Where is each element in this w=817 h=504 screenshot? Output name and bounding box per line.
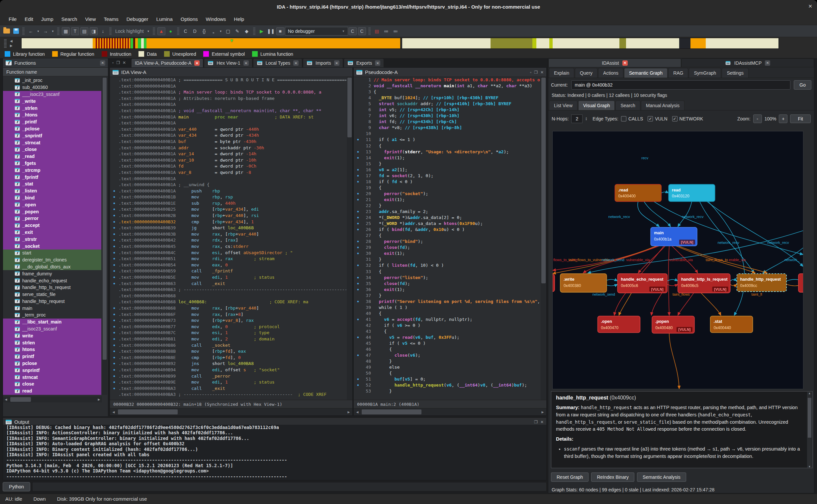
diamond-icon[interactable]: ◆ xyxy=(243,27,251,35)
window-grid-icon[interactable]: ▦ xyxy=(62,27,70,35)
navband-right-arrow-icon[interactable]: ▶ xyxy=(10,44,13,47)
function-row[interactable]: f_open xyxy=(3,201,101,208)
jump-down-icon[interactable]: ↓ xyxy=(99,27,107,35)
mdi-window-controls[interactable]: ▫ ❐ ✕ xyxy=(110,58,130,67)
cli-language-button[interactable]: Python xyxy=(3,482,30,491)
maximize-icon[interactable]: ❐ xyxy=(116,60,120,65)
pseudocode-title[interactable]: Pseudocode-A ▫ ❐ ✕ xyxy=(354,68,546,77)
graph-node-handle_http_ls_request[interactable]: handle_http_ls_request0x4006c5[VULN] xyxy=(678,274,730,293)
function-row[interactable]: f_snprintf xyxy=(3,132,101,139)
pseudocode-line[interactable]: 31 } xyxy=(354,256,540,262)
pseudocode-line[interactable]: ●52 handle_http_request(v6, (__int64)v8,… xyxy=(354,382,540,388)
graph-node-partial[interactable] xyxy=(798,274,803,292)
tab-close-icon[interactable]: ✕ xyxy=(334,60,339,66)
ida-view-title[interactable]: IDA View-A xyxy=(110,68,352,77)
pseudocode-line[interactable]: 49 else xyxy=(354,364,540,370)
semantic-graph-canvas[interactable]: .read0x400400read0x403120main0x400b1a[VU… xyxy=(552,131,803,389)
function-row[interactable]: fstrncat xyxy=(3,374,101,381)
function-row[interactable]: f_read xyxy=(3,153,101,160)
subtab-manual-analysis[interactable]: Manual Analysis xyxy=(641,101,685,110)
function-row[interactable]: f_term_proc xyxy=(3,312,101,319)
pseudocode-line[interactable]: ●16 v8 = a2[1]; xyxy=(354,167,540,173)
cli-input[interactable] xyxy=(32,482,547,491)
pseudocode-line[interactable]: 3{ xyxy=(354,89,540,95)
menu-edit[interactable]: Edit xyxy=(21,15,37,23)
menu-windows[interactable]: Windows xyxy=(201,15,230,23)
lock-highlight-label[interactable]: Lock highlight xyxy=(115,29,144,34)
window-close-icon[interactable]: ✕ xyxy=(808,3,812,9)
function-row[interactable]: fsnprintf xyxy=(3,367,101,374)
scroll-down-icon[interactable]: ▼ xyxy=(807,465,812,468)
graph-node-dot-write[interactable]: .write0x400380 xyxy=(560,274,607,292)
close-icon[interactable]: ✕ xyxy=(122,60,126,65)
menu-help[interactable]: Help xyxy=(230,15,248,23)
pseudocode-line[interactable]: ●47 close(v6); xyxy=(354,352,540,358)
save-icon[interactable] xyxy=(12,27,20,35)
pseudocode-line[interactable]: 46 { xyxy=(354,346,540,352)
tab-close-icon[interactable]: ✕ xyxy=(375,60,380,66)
disasm-line[interactable]: ●.text:0000000000400B94 mov edi, offset … xyxy=(110,367,346,373)
disasm-line[interactable]: ●.text:0000000000400B63 call _exit xyxy=(110,281,346,287)
function-row[interactable]: fframe_dummy xyxy=(3,270,101,277)
tab-ida-view-a-pseudocode-a[interactable]: IDA View-A, Pseudocode-A✕ xyxy=(131,58,203,67)
disasm-line[interactable]: ●.text:0000000000400B1A push rbp xyxy=(110,188,346,194)
pseudocode-line[interactable]: ●44 v5 = read(v6, buf, 0x3FFu); xyxy=(354,334,540,340)
subtab-list-view[interactable]: List View xyxy=(549,101,577,110)
pseudocode-line[interactable]: ●28 perror("bind"); xyxy=(354,239,540,245)
braces-icon[interactable]: {} xyxy=(200,27,208,35)
disasm-line[interactable]: .text:0000000000400B1A xyxy=(110,102,346,108)
hex-view-icon[interactable]: ▤ xyxy=(80,27,88,35)
navband-left-arrow-icon[interactable]: ◀ xyxy=(10,39,13,43)
pseudocode-line[interactable]: 8 int fd; // [rsp+434h] [rbp-Ch] xyxy=(354,119,540,125)
disasm-line[interactable]: ●.text:0000000000400B86 call _socket xyxy=(110,342,346,349)
idassist-tab-actions[interactable]: Actions xyxy=(598,68,624,78)
pseudocode-line[interactable]: ●24 *(_DWORD *)&addr.sa_data[2] = 0; xyxy=(354,215,540,221)
scroll-up-icon[interactable]: ▲ xyxy=(807,392,812,395)
scroll-left-icon[interactable]: ◀ xyxy=(3,396,9,402)
list1-icon[interactable]: ▤ xyxy=(373,27,381,35)
dock-restore-icon[interactable]: ▫ xyxy=(530,70,531,75)
list3-icon[interactable]: ≕ xyxy=(392,27,400,35)
tab-close-icon[interactable]: ✕ xyxy=(293,60,299,66)
go-button[interactable]: Go xyxy=(794,80,811,90)
function-row[interactable]: ffgets xyxy=(3,395,101,395)
disasm-line[interactable]: ●.text:0000000000400B25 mov [rbp+var_434… xyxy=(110,206,346,213)
disasm-line[interactable]: .text:0000000000400B1A var_8 = qword ptr… xyxy=(110,170,346,176)
disasm-line[interactable]: ●.text:0000000000400B39 jg short loc_400… xyxy=(110,225,346,231)
edge-type-vuln[interactable]: ✓VULN xyxy=(648,116,667,121)
function-row[interactable]: f_close xyxy=(3,146,101,153)
disasm-line[interactable]: ●.text:0000000000400B99 call _perror xyxy=(110,373,346,380)
disasm-line[interactable]: .text:0000000000400B63 ; ---------------… xyxy=(110,287,346,293)
disasm-line[interactable]: ●.text:0000000000400B2B mov [rbp+var_440… xyxy=(110,213,346,219)
menu-jump[interactable]: Jump xyxy=(37,15,57,23)
tab-imports[interactable]: Imports✕ xyxy=(303,58,343,67)
disasm-line[interactable]: .text:0000000000400B1A xyxy=(110,120,346,126)
graph-node-dot-stat[interactable]: .stat0x400440 xyxy=(710,316,753,333)
pseudocode-line[interactable]: ●36 exit(1); xyxy=(354,287,540,293)
function-row[interactable]: f_perror xyxy=(3,215,101,222)
disasm-line[interactable]: ●.text:0000000000400B9E mov edi, 1 ; sta… xyxy=(110,379,346,386)
function-row[interactable]: f__isoc23_sscanf xyxy=(3,325,101,332)
functions-vertical-scrollbar[interactable] xyxy=(102,77,107,395)
pseudocode-line[interactable]: 6 int v5; // [rsp+42Ch] [rbp-14h] xyxy=(354,107,540,113)
run-icon[interactable]: ▶ xyxy=(258,27,266,35)
docktab-idassistmcp[interactable]: IDAssistMCP✕ xyxy=(681,58,814,67)
functions-close-icon[interactable]: ✕ xyxy=(100,60,105,66)
scroll-right-icon[interactable]: ▶ xyxy=(540,409,546,415)
patch-icon[interactable]: ✎ xyxy=(234,27,242,35)
pseudocode-line[interactable]: 27 { xyxy=(354,233,540,239)
reset-graph-button[interactable]: Reset Graph xyxy=(551,472,588,482)
function-row[interactable]: f_printf xyxy=(3,118,101,125)
debugger-select[interactable]: No debugger▾ xyxy=(285,27,348,36)
function-row[interactable]: fhtons xyxy=(3,346,101,353)
function-row[interactable]: f_strstr xyxy=(3,236,101,243)
disasm-line[interactable]: .text:0000000000400B1A var_10 = dword pt… xyxy=(110,157,346,164)
output-log[interactable]: [IDAssist] DEBUG: Cached binary hash: 40… xyxy=(3,425,546,480)
pseudocode-line[interactable]: 43 { xyxy=(354,328,540,334)
function-row[interactable]: f_strncat xyxy=(3,139,101,146)
disasm-line[interactable]: .text:0000000000400B1A var_440 = qword p… xyxy=(110,126,346,133)
disasm-line[interactable]: .text:0000000000400B1A var_14 = dword pt… xyxy=(110,151,346,157)
pseudocode-line[interactable]: ●25 *(_WORD *)addr.sa_data = htons(0x1F9… xyxy=(354,221,540,227)
open-file-icon[interactable] xyxy=(3,27,11,35)
pseudocode-horizontal-scrollbar[interactable]: ◀ ▶ xyxy=(354,408,546,415)
